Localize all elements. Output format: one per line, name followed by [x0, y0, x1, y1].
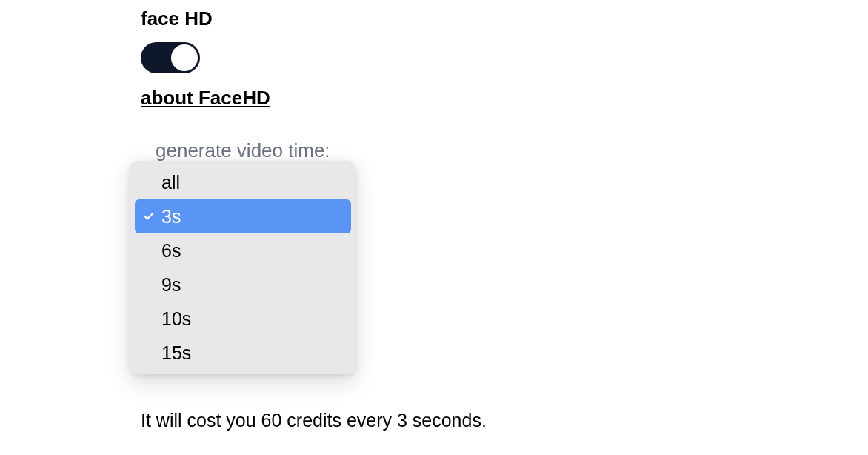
dropdown-option-label: 10s — [161, 308, 341, 330]
video-time-dropdown: all3s6s9s10s15s — [130, 161, 355, 374]
generate-video-time-label: generate video time: — [156, 139, 330, 162]
check-icon — [142, 210, 156, 223]
check-icon — [142, 278, 156, 291]
dropdown-option-3s[interactable]: 3s — [135, 199, 351, 233]
dropdown-option-all[interactable]: all — [135, 165, 351, 199]
dropdown-option-10s[interactable]: 10s — [135, 302, 351, 336]
about-facehd-link[interactable]: about FaceHD — [141, 87, 270, 110]
credits-cost-text: It will cost you 60 credits every 3 seco… — [141, 410, 487, 431]
check-icon — [142, 346, 156, 359]
dropdown-option-label: all — [161, 172, 341, 193]
dropdown-option-label: 3s — [161, 206, 341, 228]
check-icon — [142, 244, 156, 257]
dropdown-option-label: 15s — [161, 342, 341, 364]
face-hd-toggle[interactable] — [141, 42, 200, 73]
toggle-knob — [171, 44, 198, 71]
check-icon — [142, 312, 156, 325]
dropdown-option-15s[interactable]: 15s — [135, 336, 351, 370]
dropdown-option-6s[interactable]: 6s — [135, 233, 351, 268]
dropdown-option-label: 6s — [161, 240, 341, 262]
face-hd-label: face HD — [141, 7, 330, 30]
check-icon — [142, 176, 156, 189]
dropdown-option-9s[interactable]: 9s — [135, 268, 351, 302]
dropdown-option-label: 9s — [161, 274, 341, 296]
